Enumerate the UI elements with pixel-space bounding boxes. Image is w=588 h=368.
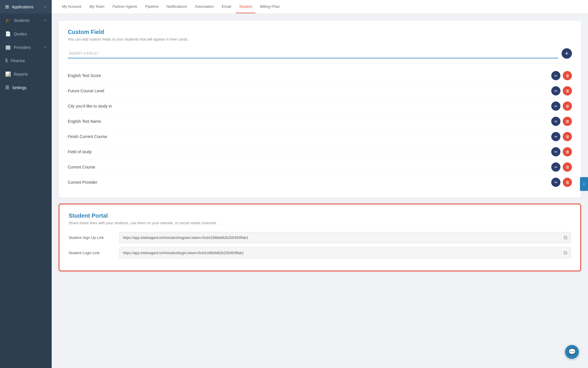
sidebar-item-quotes[interactable]: 📄 Quotes [0, 27, 52, 41]
copy-login-link-icon[interactable]: ⧉ [564, 250, 567, 256]
students-icon: 🎓 [5, 18, 11, 23]
field-actions: ✏ 🗑 [551, 132, 572, 141]
tab-email[interactable]: Email [218, 0, 235, 13]
tab-pipeline[interactable]: Pipeline [142, 0, 162, 13]
custom-field-card: Custom Field You can add custom fields t… [59, 21, 581, 198]
student-portal-subtitle: Share these links with your students, us… [69, 221, 571, 225]
field-label: City you'd like to study in [68, 104, 551, 108]
delete-future-course-level-button[interactable]: 🗑 [563, 86, 572, 95]
trash-icon: 🗑 [566, 74, 569, 78]
login-link-label: Student Login Link [69, 251, 115, 255]
tab-partner-agents[interactable]: Partner Agents [109, 0, 141, 13]
tab-my-account[interactable]: My Account [59, 0, 85, 13]
tab-my-team[interactable]: My Team [86, 0, 108, 13]
pencil-icon: ✏ [554, 74, 558, 78]
field-label: Current Provider [68, 180, 551, 185]
field-label: English Test Name [68, 119, 551, 124]
field-row-field-of-study: Field of study ✏ 🗑 [68, 144, 572, 160]
settings-icon: ☰ [5, 85, 9, 90]
field-actions: ✏ 🗑 [551, 101, 572, 111]
signup-link-row: Student Sign Up Link https://app.intelea… [69, 232, 571, 243]
sidebar-add-providers[interactable]: + [44, 45, 47, 50]
edit-future-course-level-button[interactable]: ✏ [551, 86, 560, 95]
student-portal-card: Student Portal Share these links with yo… [59, 204, 581, 271]
applications-icon: ⊞ [5, 4, 9, 9]
edit-city-study-button[interactable]: ✏ [551, 101, 560, 111]
student-portal-title: Student Portal [69, 212, 571, 219]
copy-signup-link-icon[interactable]: ⧉ [564, 235, 567, 241]
add-field-row: + [68, 48, 572, 59]
insert-field-input[interactable] [68, 49, 558, 58]
tab-student[interactable]: Student [236, 0, 256, 13]
delete-english-test-name-button[interactable]: 🗑 [563, 117, 572, 126]
signup-link-url: https://app.inteleagent.io/#/student/reg… [123, 236, 561, 240]
tab-automation[interactable]: Automation [192, 0, 217, 13]
tab-notifications[interactable]: Notifications [163, 0, 190, 13]
delete-finish-current-course-button[interactable]: 🗑 [563, 132, 572, 141]
divider [68, 63, 572, 64]
tab-billing-plan[interactable]: Billing+Plan [257, 0, 283, 13]
sidebar-item-applications[interactable]: ⊞ Applications + [0, 0, 52, 14]
delete-current-provider-button[interactable]: 🗑 [563, 178, 572, 187]
login-link-row: Student Login Link https://app.inteleage… [69, 247, 571, 258]
edit-field-of-study-button[interactable]: ✏ [551, 147, 560, 156]
field-row-future-course-level: Future Course Level ✏ 🗑 [68, 83, 572, 99]
edit-english-test-score-button[interactable]: ✏ [551, 71, 560, 80]
content-area: Custom Field You can add custom fields t… [52, 14, 588, 368]
sidebar-item-label: Students [14, 18, 30, 23]
edit-current-course-button[interactable]: ✏ [551, 162, 560, 172]
chat-icon: 💬 [568, 348, 576, 356]
sidebar-item-reports[interactable]: 📊 Reports [0, 67, 52, 81]
trash-icon: 🗑 [566, 104, 569, 108]
delete-english-test-score-button[interactable]: 🗑 [563, 71, 572, 80]
pencil-icon: ✏ [554, 119, 558, 124]
chevron-left-icon: ‹ [583, 181, 585, 187]
pencil-icon: ✏ [554, 180, 558, 185]
delete-city-study-button[interactable]: 🗑 [563, 101, 572, 111]
finance-icon: $ [5, 58, 8, 63]
trash-icon: 🗑 [566, 165, 569, 169]
field-label: Future Course Level [68, 89, 551, 93]
field-actions: ✏ 🗑 [551, 147, 572, 156]
sidebar-item-providers[interactable]: 🏢 Providers + [0, 41, 52, 54]
edit-finish-current-course-button[interactable]: ✏ [551, 132, 560, 141]
pencil-icon: ✏ [554, 135, 558, 139]
reports-icon: 📊 [5, 71, 11, 77]
field-actions: ✏ 🗑 [551, 86, 572, 95]
pencil-icon: ✏ [554, 150, 558, 154]
main-content: My Account My Team Partner Agents Pipeli… [52, 0, 588, 368]
sidebar: ⊞ Applications + 🎓 Students + 📄 Quotes 🏢… [0, 0, 52, 368]
field-label: Field of study [68, 150, 551, 154]
sidebar-item-label: Reports [14, 72, 28, 76]
sidebar-item-settings[interactable]: ☰ Settings [0, 81, 52, 94]
field-row-current-provider: Current Provider ✏ 🗑 [68, 175, 572, 190]
trash-icon: 🗑 [566, 135, 569, 139]
field-row-english-test-score: English Test Score ✏ 🗑 [68, 68, 572, 83]
quotes-icon: 📄 [5, 31, 11, 37]
delete-field-of-study-button[interactable]: 🗑 [563, 147, 572, 156]
field-row-city-study: City you'd like to study in ✏ 🗑 [68, 99, 572, 114]
edit-current-provider-button[interactable]: ✏ [551, 178, 560, 187]
field-label: Finish Current Course [68, 134, 551, 139]
delete-current-course-button[interactable]: 🗑 [563, 162, 572, 172]
signup-link-label: Student Sign Up Link [69, 235, 115, 240]
field-row-current-course: Current Course ✏ 🗑 [68, 160, 572, 175]
field-row-english-test-name: English Test Name ✏ 🗑 [68, 114, 572, 129]
chat-button[interactable]: 💬 [565, 345, 579, 359]
edit-english-test-name-button[interactable]: ✏ [551, 117, 560, 126]
add-field-button[interactable]: + [562, 48, 572, 59]
field-label: English Test Score [68, 73, 551, 78]
login-link-input-wrapper: https://app.inteleagent.io/#/student/log… [119, 247, 571, 258]
sidebar-item-students[interactable]: 🎓 Students + [0, 14, 52, 27]
field-actions: ✏ 🗑 [551, 162, 572, 172]
providers-icon: 🏢 [5, 45, 11, 50]
right-panel-toggle-button[interactable]: ‹ [580, 177, 588, 191]
signup-link-input-wrapper: https://app.inteleagent.io/#/student/reg… [119, 232, 571, 243]
field-actions: ✏ 🗑 [551, 178, 572, 187]
sidebar-item-finance[interactable]: $ Finance [0, 54, 52, 67]
sidebar-add-students[interactable]: + [44, 18, 47, 23]
top-nav: My Account My Team Partner Agents Pipeli… [52, 0, 588, 14]
sidebar-add-applications[interactable]: + [44, 5, 47, 9]
sidebar-item-label: Quotes [14, 32, 27, 36]
sidebar-item-label: Settings [12, 85, 27, 90]
